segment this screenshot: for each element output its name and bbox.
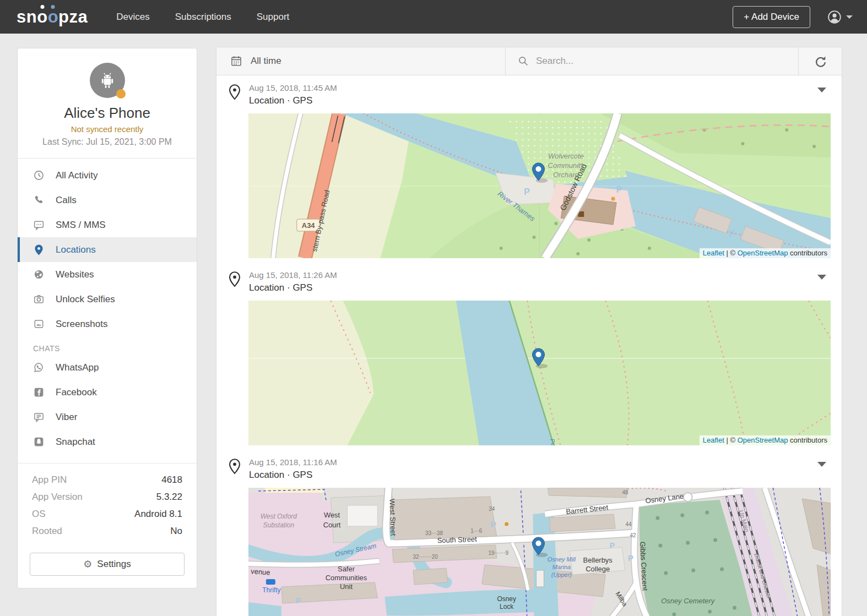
map-osney[interactable]: West Oxford Substation West Court Safer … (248, 488, 831, 616)
sidebar-item-unlock-selfies[interactable]: Unlock Selfies (18, 287, 197, 312)
location-pin-icon (33, 244, 45, 255)
map-house-numbers: 19······9 (488, 550, 508, 556)
leaflet-link[interactable]: Leaflet (703, 436, 724, 444)
device-info: App PIN 4618 App Version 5.3.22 OS Andro… (18, 463, 197, 547)
map-house-numbers: 1···6 (470, 528, 482, 534)
attribution-suffix: contributors (790, 436, 827, 444)
location-entry: Aug 15, 2018, 11:45 AM Location · GPS (216, 75, 842, 258)
map-label-safer: Communities (326, 574, 367, 582)
nav-item-support[interactable]: Support (257, 12, 290, 23)
sidebar-item-facebook[interactable]: Facebook (18, 380, 197, 405)
camera-icon (33, 293, 45, 305)
info-label: Rooted (32, 526, 62, 537)
osm-link[interactable]: OpenStreetMap (738, 436, 788, 444)
clock-icon (33, 170, 45, 181)
collapse-chevron-icon[interactable] (817, 88, 826, 92)
entry-header: Aug 15, 2018, 11:45 AM Location · GPS (216, 83, 842, 106)
search-input[interactable] (536, 56, 789, 67)
map-label-towpath: Po (549, 438, 557, 445)
snapchat-icon (33, 436, 45, 448)
parking-icon: P (616, 185, 622, 194)
sidebar-item-label: All Activity (56, 170, 98, 181)
nav-item-subscriptions[interactable]: Subscriptions (175, 12, 231, 23)
logo-o-dot-blue: o (48, 7, 58, 27)
map-label-thrifty: Thrifty (262, 586, 280, 594)
add-device-button[interactable]: + Add Device (733, 6, 810, 28)
parking-icon: P (524, 187, 530, 197)
sidebar-menu: All Activity Calls SMS / MMS Locations W… (18, 159, 197, 457)
map-wolvercote[interactable]: A34 stern By-pass Road Godstow Road Rive… (248, 113, 831, 258)
info-row-app-pin: App PIN 4618 (32, 475, 182, 486)
chevron-down-icon (846, 15, 853, 19)
attribution-divider: | (726, 436, 728, 444)
map-canvas: West Oxford Substation West Court Safer … (248, 488, 831, 616)
parking-icon: P (491, 520, 496, 529)
parking-icon: P (729, 229, 735, 238)
map-label-orchard: Community (548, 161, 585, 170)
map-river-meadow[interactable]: Po Leaflet | © OpenStreetMap contributor… (248, 301, 831, 445)
sidebar-item-label: Locations (56, 244, 96, 255)
device-name: Alice's Phone (28, 105, 187, 122)
calendar-icon (230, 55, 242, 67)
sidebar-item-label: Facebook (56, 387, 97, 398)
map-label-avenue: venue (251, 567, 270, 576)
sidebar-item-viber[interactable]: Viber (18, 405, 197, 429)
collapse-chevron-icon[interactable] (817, 275, 826, 280)
sidebar-item-snapchat[interactable]: Snapchat (18, 429, 197, 454)
sidebar-item-sms-mms[interactable]: SMS / MMS (18, 212, 197, 237)
activity-panel: All time Aug 15, 2018, 11:45 AM Location… (216, 47, 842, 616)
map-label-bellerbys: College (586, 565, 610, 573)
leaflet-link[interactable]: Leaflet (703, 249, 724, 257)
viber-icon (33, 411, 45, 423)
map-label-osney-lock: Lock (500, 603, 513, 610)
sidebar-item-locations[interactable]: Locations (18, 237, 197, 262)
app-logo[interactable]: snoopza (17, 7, 88, 27)
account-menu[interactable] (827, 9, 853, 25)
last-sync: Last Sync: Jul 15, 2021, 3:00 PM (28, 137, 187, 147)
collapse-chevron-icon[interactable] (817, 462, 826, 467)
attribution-copyright: © (730, 249, 735, 257)
device-avatar (90, 63, 125, 98)
sidebar-item-all-activity[interactable]: All Activity (18, 163, 197, 188)
sidebar-item-calls[interactable]: Calls (18, 188, 197, 212)
info-row-app-version: App Version 5.3.22 (32, 492, 182, 503)
map-house-numbers: 34 (489, 506, 495, 512)
entry-timestamp: Aug 15, 2018, 11:45 AM (249, 83, 817, 92)
map-label-west-oxford: Substation (263, 521, 295, 529)
pin-icon (229, 84, 241, 100)
screenshot-icon (33, 318, 45, 330)
parking-icon: P (296, 596, 301, 605)
map-house-numbers: 32·······20 (413, 554, 438, 560)
entry-header: Aug 15, 2018, 11:16 AM Location · GPS (216, 457, 842, 481)
phone-icon (33, 194, 45, 206)
osm-link[interactable]: OpenStreetMap (738, 249, 788, 257)
map-label-marina: Osney Mill (548, 556, 576, 563)
pin-icon (229, 271, 241, 287)
map-label-marina: (Upper) (551, 571, 572, 578)
chats-section-header: CHATS (18, 336, 197, 355)
device-profile: Alice's Phone Not synced recently Last S… (18, 48, 197, 159)
map-label-safer: Safer (338, 565, 355, 573)
map-label-orchard: Wolvercote (548, 152, 584, 160)
map-label-osney-lock: Osney (497, 595, 516, 603)
sms-icon (33, 219, 45, 231)
refresh-button[interactable] (799, 47, 842, 75)
sidebar-item-websites[interactable]: Websites (18, 262, 197, 287)
settings-button[interactable]: ⚙ Settings (30, 553, 185, 576)
date-range-filter[interactable]: All time (216, 47, 506, 75)
sidebar-item-whatsapp[interactable]: WhatsApp (18, 355, 197, 380)
search-icon (518, 56, 529, 67)
logo-o-dot: o (37, 7, 47, 27)
sidebar-item-screenshots[interactable]: Screenshots (18, 312, 197, 336)
map-label-bellerbys: Bellerbys (583, 556, 613, 564)
nav-item-devices[interactable]: Devices (116, 12, 149, 23)
map-label-west-street: West Street (388, 499, 397, 536)
info-value: Android 8.1 (134, 509, 182, 520)
logo-text: pza (58, 7, 88, 27)
attribution-copyright: © (730, 436, 735, 444)
info-label: OS (32, 509, 46, 520)
attribution-suffix: contributors (790, 249, 827, 257)
parking-icon: P (609, 541, 615, 550)
sidebar-item-label: Viber (56, 412, 77, 423)
map-label-south-street: South Street (437, 535, 478, 545)
